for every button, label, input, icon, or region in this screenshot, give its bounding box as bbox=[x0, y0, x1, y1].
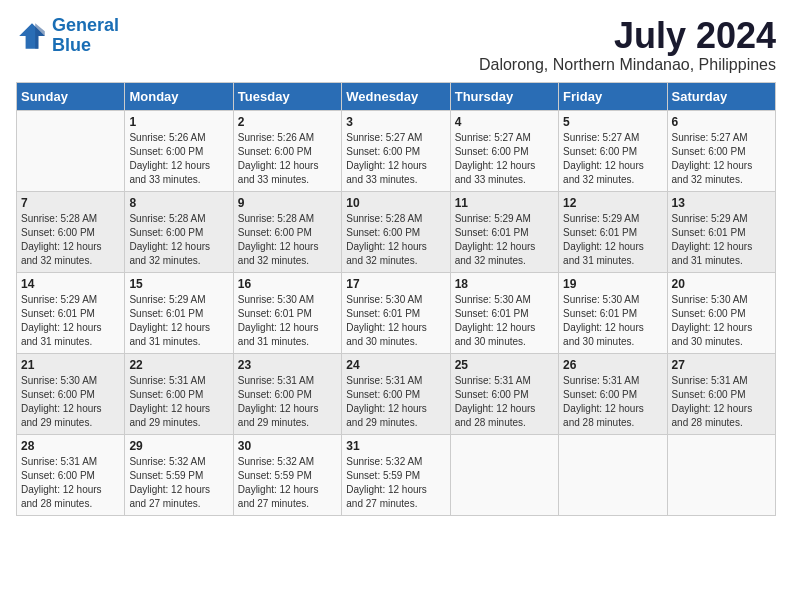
calendar-cell: 16Sunrise: 5:30 AM Sunset: 6:01 PM Dayli… bbox=[233, 272, 341, 353]
day-info: Sunrise: 5:32 AM Sunset: 5:59 PM Dayligh… bbox=[346, 455, 445, 511]
day-info: Sunrise: 5:29 AM Sunset: 6:01 PM Dayligh… bbox=[672, 212, 771, 268]
calendar-cell: 21Sunrise: 5:30 AM Sunset: 6:00 PM Dayli… bbox=[17, 353, 125, 434]
header-day-thursday: Thursday bbox=[450, 82, 558, 110]
calendar-cell: 30Sunrise: 5:32 AM Sunset: 5:59 PM Dayli… bbox=[233, 434, 341, 515]
calendar-cell: 9Sunrise: 5:28 AM Sunset: 6:00 PM Daylig… bbox=[233, 191, 341, 272]
day-info: Sunrise: 5:31 AM Sunset: 6:00 PM Dayligh… bbox=[346, 374, 445, 430]
day-info: Sunrise: 5:31 AM Sunset: 6:00 PM Dayligh… bbox=[672, 374, 771, 430]
day-info: Sunrise: 5:26 AM Sunset: 6:00 PM Dayligh… bbox=[238, 131, 337, 187]
calendar-header: SundayMondayTuesdayWednesdayThursdayFrid… bbox=[17, 82, 776, 110]
header-day-wednesday: Wednesday bbox=[342, 82, 450, 110]
day-info: Sunrise: 5:27 AM Sunset: 6:00 PM Dayligh… bbox=[672, 131, 771, 187]
day-info: Sunrise: 5:28 AM Sunset: 6:00 PM Dayligh… bbox=[21, 212, 120, 268]
calendar-cell: 7Sunrise: 5:28 AM Sunset: 6:00 PM Daylig… bbox=[17, 191, 125, 272]
day-info: Sunrise: 5:28 AM Sunset: 6:00 PM Dayligh… bbox=[129, 212, 228, 268]
day-info: Sunrise: 5:30 AM Sunset: 6:00 PM Dayligh… bbox=[21, 374, 120, 430]
day-number: 11 bbox=[455, 196, 554, 210]
calendar-cell: 17Sunrise: 5:30 AM Sunset: 6:01 PM Dayli… bbox=[342, 272, 450, 353]
day-info: Sunrise: 5:30 AM Sunset: 6:01 PM Dayligh… bbox=[346, 293, 445, 349]
header-day-tuesday: Tuesday bbox=[233, 82, 341, 110]
calendar-cell: 28Sunrise: 5:31 AM Sunset: 6:00 PM Dayli… bbox=[17, 434, 125, 515]
day-info: Sunrise: 5:30 AM Sunset: 6:01 PM Dayligh… bbox=[238, 293, 337, 349]
calendar-cell: 25Sunrise: 5:31 AM Sunset: 6:00 PM Dayli… bbox=[450, 353, 558, 434]
title-block: July 2024 Dalorong, Northern Mindanao, P… bbox=[479, 16, 776, 74]
day-info: Sunrise: 5:30 AM Sunset: 6:01 PM Dayligh… bbox=[563, 293, 662, 349]
day-info: Sunrise: 5:30 AM Sunset: 6:00 PM Dayligh… bbox=[672, 293, 771, 349]
day-info: Sunrise: 5:31 AM Sunset: 6:00 PM Dayligh… bbox=[563, 374, 662, 430]
day-number: 16 bbox=[238, 277, 337, 291]
day-info: Sunrise: 5:29 AM Sunset: 6:01 PM Dayligh… bbox=[563, 212, 662, 268]
calendar-cell: 6Sunrise: 5:27 AM Sunset: 6:00 PM Daylig… bbox=[667, 110, 775, 191]
logo: General Blue bbox=[16, 16, 119, 56]
day-info: Sunrise: 5:31 AM Sunset: 6:00 PM Dayligh… bbox=[238, 374, 337, 430]
week-row-4: 21Sunrise: 5:30 AM Sunset: 6:00 PM Dayli… bbox=[17, 353, 776, 434]
day-number: 26 bbox=[563, 358, 662, 372]
calendar-cell: 12Sunrise: 5:29 AM Sunset: 6:01 PM Dayli… bbox=[559, 191, 667, 272]
day-number: 12 bbox=[563, 196, 662, 210]
calendar-cell: 20Sunrise: 5:30 AM Sunset: 6:00 PM Dayli… bbox=[667, 272, 775, 353]
calendar-cell: 19Sunrise: 5:30 AM Sunset: 6:01 PM Dayli… bbox=[559, 272, 667, 353]
day-number: 5 bbox=[563, 115, 662, 129]
month-title: July 2024 bbox=[479, 16, 776, 56]
day-number: 28 bbox=[21, 439, 120, 453]
day-info: Sunrise: 5:27 AM Sunset: 6:00 PM Dayligh… bbox=[563, 131, 662, 187]
logo-icon bbox=[16, 20, 48, 52]
day-number: 30 bbox=[238, 439, 337, 453]
calendar-cell: 31Sunrise: 5:32 AM Sunset: 5:59 PM Dayli… bbox=[342, 434, 450, 515]
logo-line1: General bbox=[52, 15, 119, 35]
day-number: 14 bbox=[21, 277, 120, 291]
day-number: 19 bbox=[563, 277, 662, 291]
day-number: 17 bbox=[346, 277, 445, 291]
header-day-sunday: Sunday bbox=[17, 82, 125, 110]
day-number: 21 bbox=[21, 358, 120, 372]
day-info: Sunrise: 5:28 AM Sunset: 6:00 PM Dayligh… bbox=[346, 212, 445, 268]
calendar-cell: 26Sunrise: 5:31 AM Sunset: 6:00 PM Dayli… bbox=[559, 353, 667, 434]
svg-marker-1 bbox=[35, 23, 45, 49]
calendar-cell bbox=[17, 110, 125, 191]
day-number: 4 bbox=[455, 115, 554, 129]
calendar-cell: 2Sunrise: 5:26 AM Sunset: 6:00 PM Daylig… bbox=[233, 110, 341, 191]
calendar-cell: 4Sunrise: 5:27 AM Sunset: 6:00 PM Daylig… bbox=[450, 110, 558, 191]
day-number: 18 bbox=[455, 277, 554, 291]
header-row: SundayMondayTuesdayWednesdayThursdayFrid… bbox=[17, 82, 776, 110]
day-number: 29 bbox=[129, 439, 228, 453]
day-number: 22 bbox=[129, 358, 228, 372]
day-info: Sunrise: 5:31 AM Sunset: 6:00 PM Dayligh… bbox=[455, 374, 554, 430]
calendar-cell: 8Sunrise: 5:28 AM Sunset: 6:00 PM Daylig… bbox=[125, 191, 233, 272]
header-day-saturday: Saturday bbox=[667, 82, 775, 110]
day-info: Sunrise: 5:27 AM Sunset: 6:00 PM Dayligh… bbox=[346, 131, 445, 187]
day-info: Sunrise: 5:31 AM Sunset: 6:00 PM Dayligh… bbox=[21, 455, 120, 511]
week-row-3: 14Sunrise: 5:29 AM Sunset: 6:01 PM Dayli… bbox=[17, 272, 776, 353]
calendar-cell: 27Sunrise: 5:31 AM Sunset: 6:00 PM Dayli… bbox=[667, 353, 775, 434]
calendar-cell: 14Sunrise: 5:29 AM Sunset: 6:01 PM Dayli… bbox=[17, 272, 125, 353]
day-number: 13 bbox=[672, 196, 771, 210]
logo-line2: Blue bbox=[52, 35, 91, 55]
calendar-body: 1Sunrise: 5:26 AM Sunset: 6:00 PM Daylig… bbox=[17, 110, 776, 515]
day-number: 27 bbox=[672, 358, 771, 372]
day-info: Sunrise: 5:26 AM Sunset: 6:00 PM Dayligh… bbox=[129, 131, 228, 187]
day-number: 15 bbox=[129, 277, 228, 291]
calendar-cell: 13Sunrise: 5:29 AM Sunset: 6:01 PM Dayli… bbox=[667, 191, 775, 272]
day-number: 1 bbox=[129, 115, 228, 129]
day-number: 23 bbox=[238, 358, 337, 372]
day-info: Sunrise: 5:27 AM Sunset: 6:00 PM Dayligh… bbox=[455, 131, 554, 187]
day-info: Sunrise: 5:31 AM Sunset: 6:00 PM Dayligh… bbox=[129, 374, 228, 430]
calendar-cell: 24Sunrise: 5:31 AM Sunset: 6:00 PM Dayli… bbox=[342, 353, 450, 434]
calendar-cell: 10Sunrise: 5:28 AM Sunset: 6:00 PM Dayli… bbox=[342, 191, 450, 272]
day-number: 7 bbox=[21, 196, 120, 210]
day-number: 20 bbox=[672, 277, 771, 291]
day-number: 31 bbox=[346, 439, 445, 453]
day-number: 2 bbox=[238, 115, 337, 129]
day-info: Sunrise: 5:32 AM Sunset: 5:59 PM Dayligh… bbox=[238, 455, 337, 511]
calendar-cell: 11Sunrise: 5:29 AM Sunset: 6:01 PM Dayli… bbox=[450, 191, 558, 272]
day-info: Sunrise: 5:30 AM Sunset: 6:01 PM Dayligh… bbox=[455, 293, 554, 349]
location-title: Dalorong, Northern Mindanao, Philippines bbox=[479, 56, 776, 74]
logo-text: General Blue bbox=[52, 16, 119, 56]
week-row-5: 28Sunrise: 5:31 AM Sunset: 6:00 PM Dayli… bbox=[17, 434, 776, 515]
calendar-cell: 15Sunrise: 5:29 AM Sunset: 6:01 PM Dayli… bbox=[125, 272, 233, 353]
week-row-1: 1Sunrise: 5:26 AM Sunset: 6:00 PM Daylig… bbox=[17, 110, 776, 191]
day-info: Sunrise: 5:29 AM Sunset: 6:01 PM Dayligh… bbox=[455, 212, 554, 268]
day-number: 8 bbox=[129, 196, 228, 210]
day-number: 25 bbox=[455, 358, 554, 372]
calendar-cell: 5Sunrise: 5:27 AM Sunset: 6:00 PM Daylig… bbox=[559, 110, 667, 191]
